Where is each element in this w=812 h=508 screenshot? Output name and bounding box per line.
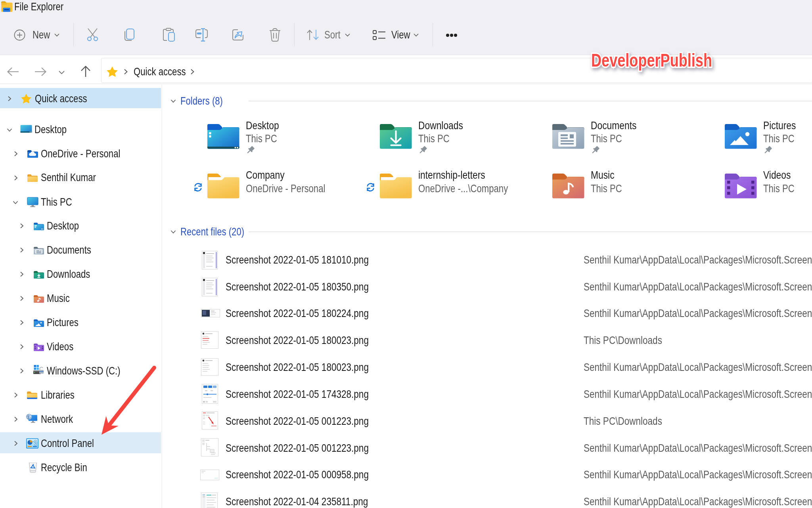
svg-text:DeveloperPublish: DeveloperPublish bbox=[591, 50, 712, 71]
